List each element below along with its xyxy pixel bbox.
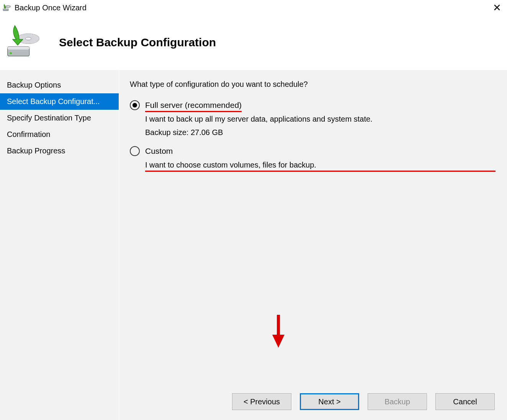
svg-rect-3 [3, 8, 8, 9]
option-full-server-size: Backup size: 27.06 GB [145, 128, 496, 137]
backup-button: Backup [368, 393, 427, 410]
wizard-main: What type of configuration do you want t… [119, 70, 507, 420]
next-button[interactable]: Next > [300, 393, 359, 410]
title-bar: Backup Once Wizard ✕ [0, 0, 507, 15]
window-title: Backup Once Wizard [15, 2, 87, 14]
step-select-backup-configuration[interactable]: Select Backup Configurat... [0, 93, 119, 110]
step-backup-options[interactable]: Backup Options [0, 77, 119, 93]
step-specify-destination-type[interactable]: Specify Destination Type [0, 110, 119, 126]
config-question: What type of configuration do you want t… [130, 80, 496, 89]
annotation-arrow-icon [271, 314, 285, 348]
wizard-footer: < Previous Next > Backup Cancel [119, 383, 507, 420]
backup-icon [5, 24, 42, 60]
close-button[interactable]: ✕ [489, 2, 505, 14]
step-backup-progress[interactable]: Backup Progress [0, 143, 119, 159]
svg-point-1 [7, 6, 9, 7]
option-custom[interactable]: Custom I want to choose custom volumes, … [130, 146, 496, 169]
option-custom-label: Custom [145, 147, 173, 156]
cancel-button[interactable]: Cancel [435, 393, 495, 410]
svg-point-9 [10, 52, 12, 54]
app-backup-icon [2, 3, 11, 12]
svg-point-6 [25, 37, 31, 40]
wizard-header: Select Backup Configuration [0, 15, 507, 70]
radio-full-server[interactable] [130, 100, 140, 110]
option-custom-desc: I want to choose custom volumes, files f… [145, 161, 496, 169]
option-full-server[interactable]: Full server (recommended) I want to back… [130, 100, 496, 137]
radio-custom[interactable] [130, 146, 140, 156]
svg-marker-11 [272, 335, 285, 348]
step-confirmation[interactable]: Confirmation [0, 126, 119, 143]
page-title: Select Backup Configuration [59, 36, 216, 49]
option-full-server-label: Full server (recommended) [145, 101, 242, 110]
svg-rect-8 [8, 47, 29, 50]
option-full-server-desc: I want to back up all my server data, ap… [145, 115, 496, 124]
wizard-steps: Backup Options Select Backup Configurat.… [0, 70, 119, 420]
previous-button[interactable]: < Previous [232, 393, 291, 410]
wizard-body: Backup Options Select Backup Configurat.… [0, 70, 507, 420]
